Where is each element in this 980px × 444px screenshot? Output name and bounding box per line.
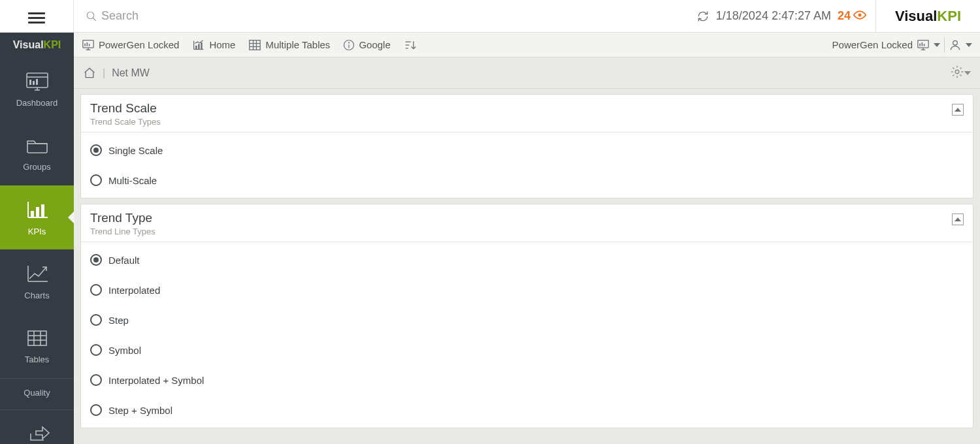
svg-marker-53	[966, 43, 972, 47]
toolbar-label: PowerGen Locked	[99, 39, 179, 50]
nav-kpis[interactable]: KPIs	[0, 185, 74, 249]
svg-rect-32	[201, 42, 203, 49]
svg-point-2	[858, 14, 862, 17]
svg-point-54	[955, 70, 959, 74]
svg-rect-12	[31, 211, 34, 217]
chevron-down-icon	[964, 67, 971, 79]
svg-rect-14	[41, 204, 44, 217]
nav-tables[interactable]: Tables	[0, 314, 74, 378]
nav-label: Dashboard	[16, 98, 58, 108]
brand-logo: VisualKPI	[875, 0, 980, 32]
profile-selector[interactable]: PowerGen Locked	[832, 39, 940, 51]
grid-icon	[248, 39, 261, 51]
option-symbol[interactable]: Symbol	[81, 335, 973, 365]
sidebar-brand: VisualKPI	[0, 33, 74, 57]
line-chart-icon	[24, 263, 50, 285]
svg-rect-13	[36, 207, 39, 217]
nav-charts[interactable]: Charts	[0, 249, 74, 313]
svg-rect-33	[250, 40, 260, 50]
nav-dashboard[interactable]: Dashboard	[0, 57, 74, 121]
nav-share[interactable]	[0, 409, 74, 444]
panel-trend-scale: Trend Scale Trend Scale Types Single Sca…	[80, 94, 973, 198]
option-label: Interpolated	[108, 285, 160, 296]
toolbar-multiple-tables[interactable]: Multiple Tables	[248, 39, 330, 51]
hamburger-menu-icon[interactable]	[28, 10, 45, 23]
refresh-icon[interactable]	[696, 10, 710, 23]
timestamp: 1/18/2024 2:47:27 AM	[716, 9, 831, 23]
toolbar-label: Home	[209, 39, 235, 50]
chart-up-icon	[192, 39, 205, 51]
option-single-scale[interactable]: Single Scale	[81, 135, 973, 165]
option-interpolated-symbol[interactable]: Interpolated + Symbol	[81, 365, 973, 395]
option-label: Step	[108, 315, 129, 326]
search-placeholder: Search	[101, 9, 139, 23]
radio-icon	[90, 404, 102, 416]
radio-icon	[90, 374, 102, 386]
svg-rect-49	[922, 42, 923, 46]
option-step-symbol[interactable]: Step + Symbol	[81, 395, 973, 425]
chevron-up-icon	[955, 217, 961, 222]
toolbar-powergen[interactable]: PowerGen Locked	[82, 39, 179, 51]
breadcrumb: | Net MW	[74, 57, 980, 89]
svg-marker-51	[934, 43, 940, 47]
alert-count[interactable]: 24	[838, 9, 866, 23]
chevron-down-icon	[966, 42, 972, 48]
monitor-icon	[82, 39, 95, 51]
toolbar-label: Multiple Tables	[265, 39, 330, 50]
svg-rect-45	[918, 40, 928, 47]
radio-icon	[90, 284, 102, 296]
option-label: Symbol	[108, 345, 141, 356]
svg-rect-7	[36, 79, 38, 85]
table-icon	[24, 327, 50, 349]
sidebar: VisualKPI Dashboard Groups KPIs Charts	[0, 33, 74, 444]
radio-icon	[90, 344, 102, 356]
toolbar-home[interactable]: Home	[192, 39, 235, 51]
breadcrumb-current: Net MW	[112, 67, 150, 79]
nav-quality[interactable]: Quality	[0, 378, 74, 409]
user-menu[interactable]	[949, 39, 972, 52]
svg-rect-30	[195, 45, 197, 49]
svg-rect-17	[28, 331, 46, 345]
svg-rect-26	[87, 42, 88, 46]
share-icon	[24, 422, 50, 444]
chevron-down-icon	[934, 42, 940, 48]
nav-label: Quality	[24, 388, 50, 398]
toolbar-sort[interactable]	[404, 39, 417, 51]
svg-rect-5	[29, 80, 31, 85]
nav-groups[interactable]: Groups	[0, 121, 74, 185]
panel-title: Trend Type	[90, 211, 155, 225]
nav-label: Charts	[24, 291, 49, 300]
option-label: Default	[108, 255, 140, 266]
settings-menu[interactable]	[950, 65, 971, 82]
collapse-button[interactable]	[952, 214, 964, 225]
monitor-icon	[917, 39, 930, 51]
svg-marker-57	[955, 217, 961, 221]
option-multi-scale[interactable]: Multi-Scale	[81, 165, 973, 195]
toolbar-label: Google	[359, 39, 390, 50]
search-input[interactable]: Search	[74, 9, 687, 23]
radio-icon	[90, 174, 102, 186]
option-default[interactable]: Default	[81, 245, 973, 275]
panel-trend-type: Trend Type Trend Line Types Default Inte…	[80, 204, 973, 428]
folder-icon	[24, 135, 50, 157]
bars-icon	[24, 199, 50, 221]
toolbar-google[interactable]: Google	[343, 39, 390, 51]
svg-line-1	[93, 18, 96, 21]
svg-rect-27	[89, 44, 90, 46]
info-icon	[343, 39, 355, 51]
svg-rect-31	[199, 44, 200, 49]
home-icon[interactable]	[83, 67, 96, 80]
panel-title: Trend Scale	[90, 101, 161, 116]
content-area: Trend Scale Trend Scale Types Single Sca…	[74, 89, 980, 444]
user-icon	[949, 39, 962, 52]
option-step[interactable]: Step	[81, 305, 973, 335]
svg-marker-55	[964, 71, 971, 75]
option-label: Step + Symbol	[108, 405, 172, 416]
panel-subtitle: Trend Line Types	[90, 227, 155, 236]
collapse-button[interactable]	[952, 104, 964, 116]
chevron-up-icon	[955, 107, 961, 112]
option-label: Interpolated + Symbol	[108, 375, 204, 386]
option-interpolated[interactable]: Interpolated	[81, 275, 973, 305]
gear-icon	[950, 65, 964, 82]
svg-point-39	[348, 42, 350, 43]
